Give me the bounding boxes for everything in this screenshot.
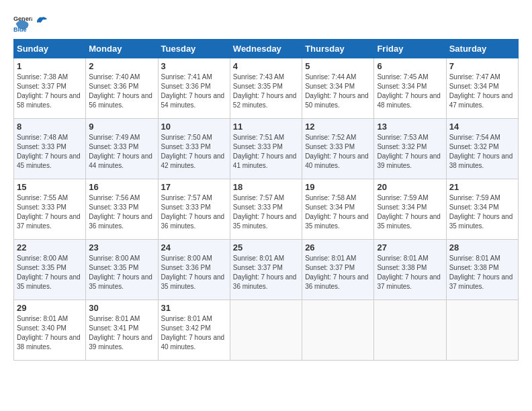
day-number: 20 (377, 182, 443, 192)
calendar-week-row: 8Sunrise: 7:48 AMSunset: 3:33 PMDaylight… (14, 119, 519, 179)
header: General Blue (13, 13, 519, 32)
day-number: 21 (449, 182, 515, 192)
day-info: Sunrise: 7:57 AMSunset: 3:33 PMDaylight:… (161, 193, 227, 231)
table-row: 9Sunrise: 7:49 AMSunset: 3:33 PMDaylight… (86, 119, 158, 179)
table-row: 26Sunrise: 8:01 AMSunset: 3:37 PMDayligh… (302, 240, 374, 300)
day-number: 28 (449, 242, 515, 253)
day-info: Sunrise: 7:56 AMSunset: 3:33 PMDaylight:… (89, 193, 154, 231)
day-number: 27 (377, 242, 443, 253)
table-row: 5Sunrise: 7:44 AMSunset: 3:34 PMDaylight… (302, 58, 374, 119)
day-number: 4 (233, 61, 299, 71)
weekday-header-row: Sunday Monday Tuesday Wednesday Thursday… (14, 40, 519, 58)
day-info: Sunrise: 7:47 AMSunset: 3:34 PMDaylight:… (449, 73, 515, 110)
day-info: Sunrise: 8:00 AMSunset: 3:35 PMDaylight:… (17, 254, 83, 291)
day-info: Sunrise: 7:57 AMSunset: 3:33 PMDaylight:… (233, 193, 299, 231)
table-row: 11Sunrise: 7:51 AMSunset: 3:33 PMDayligh… (230, 119, 302, 179)
day-number: 17 (161, 182, 227, 192)
day-info: Sunrise: 7:52 AMSunset: 3:33 PMDaylight:… (305, 133, 371, 171)
day-number: 31 (161, 303, 227, 313)
day-info: Sunrise: 7:49 AMSunset: 3:33 PMDaylight:… (89, 133, 154, 171)
day-info: Sunrise: 8:01 AMSunset: 3:42 PMDaylight:… (161, 314, 227, 352)
svg-text:Blue: Blue (13, 26, 27, 32)
day-number: 25 (233, 242, 299, 253)
table-row: 20Sunrise: 7:59 AMSunset: 3:34 PMDayligh… (374, 179, 446, 240)
calendar-table: Sunday Monday Tuesday Wednesday Thursday… (13, 39, 519, 361)
day-info: Sunrise: 8:00 AMSunset: 3:36 PMDaylight:… (161, 254, 227, 291)
table-row: 22Sunrise: 8:00 AMSunset: 3:35 PMDayligh… (14, 240, 86, 300)
day-number: 23 (89, 242, 154, 253)
day-number: 6 (377, 61, 443, 71)
day-number: 2 (89, 61, 154, 71)
day-number: 7 (449, 61, 515, 71)
header-monday: Monday (86, 40, 158, 58)
table-row: 12Sunrise: 7:52 AMSunset: 3:33 PMDayligh… (302, 119, 374, 179)
calendar-week-row: 29Sunrise: 8:01 AMSunset: 3:40 PMDayligh… (14, 300, 519, 361)
day-info: Sunrise: 7:40 AMSunset: 3:36 PMDaylight:… (89, 73, 154, 110)
table-row: 24Sunrise: 8:00 AMSunset: 3:36 PMDayligh… (158, 240, 230, 300)
table-row: 2Sunrise: 7:40 AMSunset: 3:36 PMDaylight… (86, 58, 158, 119)
table-row: 15Sunrise: 7:55 AMSunset: 3:33 PMDayligh… (14, 179, 86, 240)
table-row: 21Sunrise: 7:59 AMSunset: 3:34 PMDayligh… (446, 179, 518, 240)
header-thursday: Thursday (302, 40, 374, 58)
calendar-week-row: 15Sunrise: 7:55 AMSunset: 3:33 PMDayligh… (14, 179, 519, 240)
day-number: 14 (449, 122, 515, 132)
day-number: 10 (161, 122, 227, 132)
header-wednesday: Wednesday (230, 40, 302, 58)
calendar-week-row: 1Sunrise: 7:38 AMSunset: 3:37 PMDaylight… (14, 58, 519, 119)
day-info: Sunrise: 8:01 AMSunset: 3:38 PMDaylight:… (449, 254, 515, 291)
day-number: 26 (305, 242, 371, 253)
day-info: Sunrise: 7:55 AMSunset: 3:33 PMDaylight:… (17, 193, 83, 231)
day-number: 13 (377, 122, 443, 132)
table-row (446, 300, 518, 361)
table-row: 1Sunrise: 7:38 AMSunset: 3:37 PMDaylight… (14, 58, 86, 119)
table-row: 6Sunrise: 7:45 AMSunset: 3:34 PMDaylight… (374, 58, 446, 119)
day-number: 30 (89, 303, 154, 313)
calendar-week-row: 22Sunrise: 8:00 AMSunset: 3:35 PMDayligh… (14, 240, 519, 300)
header-tuesday: Tuesday (158, 40, 230, 58)
day-number: 5 (305, 61, 371, 71)
table-row: 14Sunrise: 7:54 AMSunset: 3:32 PMDayligh… (446, 119, 518, 179)
day-number: 29 (17, 303, 83, 313)
day-info: Sunrise: 7:38 AMSunset: 3:37 PMDaylight:… (17, 73, 83, 110)
logo-bird-icon (35, 16, 48, 30)
day-info: Sunrise: 7:43 AMSunset: 3:35 PMDaylight:… (233, 73, 299, 110)
day-info: Sunrise: 7:50 AMSunset: 3:33 PMDaylight:… (161, 133, 227, 171)
day-number: 18 (233, 182, 299, 192)
day-info: Sunrise: 8:01 AMSunset: 3:38 PMDaylight:… (377, 254, 443, 291)
day-number: 12 (305, 122, 371, 132)
day-info: Sunrise: 7:58 AMSunset: 3:34 PMDaylight:… (305, 193, 371, 231)
day-number: 15 (17, 182, 83, 192)
day-number: 8 (17, 122, 83, 132)
day-number: 24 (161, 242, 227, 253)
day-info: Sunrise: 7:59 AMSunset: 3:34 PMDaylight:… (377, 193, 443, 231)
day-info: Sunrise: 8:01 AMSunset: 3:41 PMDaylight:… (89, 314, 154, 352)
day-info: Sunrise: 7:44 AMSunset: 3:34 PMDaylight:… (305, 73, 371, 110)
day-number: 16 (89, 182, 154, 192)
table-row: 17Sunrise: 7:57 AMSunset: 3:33 PMDayligh… (158, 179, 230, 240)
day-info: Sunrise: 7:48 AMSunset: 3:33 PMDaylight:… (17, 133, 83, 171)
day-number: 3 (161, 61, 227, 71)
day-info: Sunrise: 8:01 AMSunset: 3:37 PMDaylight:… (305, 254, 371, 291)
table-row: 25Sunrise: 8:01 AMSunset: 3:37 PMDayligh… (230, 240, 302, 300)
header-friday: Friday (374, 40, 446, 58)
day-info: Sunrise: 7:51 AMSunset: 3:33 PMDaylight:… (233, 133, 299, 171)
table-row: 27Sunrise: 8:01 AMSunset: 3:38 PMDayligh… (374, 240, 446, 300)
table-row (230, 300, 302, 361)
day-info: Sunrise: 7:41 AMSunset: 3:36 PMDaylight:… (161, 73, 227, 110)
day-info: Sunrise: 7:45 AMSunset: 3:34 PMDaylight:… (377, 73, 443, 110)
day-number: 22 (17, 242, 83, 253)
day-info: Sunrise: 7:59 AMSunset: 3:34 PMDaylight:… (449, 193, 515, 231)
logo-icon: General Blue (13, 13, 32, 32)
day-number: 11 (233, 122, 299, 132)
day-info: Sunrise: 8:01 AMSunset: 3:40 PMDaylight:… (17, 314, 83, 352)
table-row: 19Sunrise: 7:58 AMSunset: 3:34 PMDayligh… (302, 179, 374, 240)
day-info: Sunrise: 7:54 AMSunset: 3:32 PMDaylight:… (449, 133, 515, 171)
table-row: 23Sunrise: 8:00 AMSunset: 3:35 PMDayligh… (86, 240, 158, 300)
day-info: Sunrise: 7:53 AMSunset: 3:32 PMDaylight:… (377, 133, 443, 171)
table-row: 28Sunrise: 8:01 AMSunset: 3:38 PMDayligh… (446, 240, 518, 300)
table-row: 16Sunrise: 7:56 AMSunset: 3:33 PMDayligh… (86, 179, 158, 240)
table-row (302, 300, 374, 361)
day-number: 1 (17, 61, 83, 71)
table-row: 13Sunrise: 7:53 AMSunset: 3:32 PMDayligh… (374, 119, 446, 179)
table-row: 31Sunrise: 8:01 AMSunset: 3:42 PMDayligh… (158, 300, 230, 361)
